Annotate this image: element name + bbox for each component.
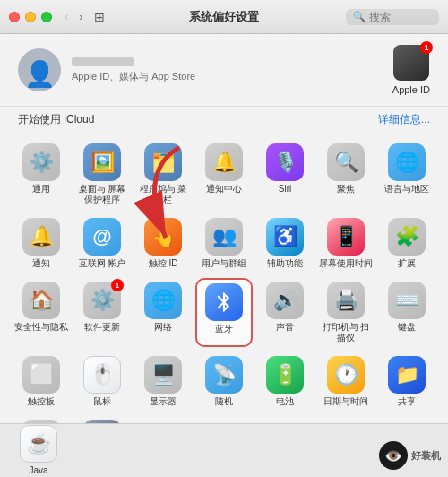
icon-item-dayinji[interactable]: 🖨️打印机与 扫描仪 <box>317 278 375 347</box>
minimize-button[interactable] <box>25 12 36 22</box>
main-content: 👤 Apple ID、媒体与 App Store 1 Apple ID 开始使用… <box>0 34 448 477</box>
icon-img-wangluo: 🌐 <box>144 282 182 319</box>
icon-label-siri: Siri <box>279 184 291 195</box>
icon-img-yonghu: 👥 <box>205 218 243 256</box>
icon-img-diandian: 🔋 <box>266 356 304 394</box>
icon-label-shubiao: 鼠标 <box>93 396 111 407</box>
icon-label-tongzhi: 通知 <box>32 258 50 269</box>
icon-img-kuozhan: 🧩 <box>388 218 426 256</box>
icon-item-chukong[interactable]: ⬜触控板 <box>13 352 70 411</box>
icon-item-tongyong[interactable]: ⚙️通用 <box>13 140 70 209</box>
icloud-label: 开始使用 iCloud <box>18 112 94 127</box>
icon-label-jianpan: 键盘 <box>398 322 416 333</box>
icon-img-anquan: 🏠 <box>22 282 60 319</box>
icon-img-zhuomian: 🖼️ <box>83 143 121 181</box>
icon-item-anquan[interactable]: 🏠安全性与隐私 <box>13 278 70 347</box>
icon-label-gongxiang: 共享 <box>398 396 416 407</box>
icon-item-gongxiang[interactable]: 📁共享 <box>378 352 435 411</box>
icon-img-chukong: ⬜ <box>22 356 60 394</box>
icon-item-riqi[interactable]: 🕐日期与时间 <box>317 352 375 411</box>
watermark-text: 好装机 <box>411 449 441 463</box>
icon-img-chumo: 👆 <box>144 218 182 256</box>
icon-img-siri: 🎙️ <box>266 143 304 181</box>
title-bar: ‹ › ⊞ 系统偏好设置 🔍 <box>0 0 448 34</box>
close-button[interactable] <box>9 12 20 22</box>
icon-img-dayinji: 🖨️ <box>327 282 365 319</box>
search-icon: 🔍 <box>353 11 366 22</box>
icon-item-yonghu[interactable]: 👥用户与群组 <box>195 214 253 273</box>
apple-id-section[interactable]: 1 Apple ID <box>392 45 430 95</box>
forward-button[interactable]: › <box>75 8 86 25</box>
apple-id-icon-wrap[interactable]: 1 <box>393 45 429 81</box>
search-box[interactable]: 🔍 <box>346 9 439 25</box>
icon-label-pingmu: 屏幕使用时间 <box>319 258 373 269</box>
icon-label-suiji: 随机 <box>215 396 233 407</box>
icon-img-tongzhi: 🔔 <box>22 218 60 256</box>
back-button[interactable]: ‹ <box>61 8 72 25</box>
user-sub-label: Apple ID、媒体与 App Store <box>72 70 195 83</box>
search-input[interactable] <box>369 11 432 23</box>
icon-img-ruanjian: ⚙️1 <box>83 282 121 319</box>
icon-item-ruanjian[interactable]: ⚙️1软件更新 <box>73 278 131 347</box>
icon-item-zhuomian[interactable]: 🖼️桌面与 屏幕保护程序 <box>73 140 131 209</box>
icon-label-chukong: 触控板 <box>28 396 55 407</box>
user-name-bar <box>72 57 134 66</box>
icon-img-xianshi: 🖥️ <box>144 356 182 394</box>
icon-label-hulian: 互联网 帐户 <box>79 258 126 269</box>
icon-img-fuzhu: ♿ <box>266 218 304 256</box>
icon-img-jianpan: ⌨️ <box>388 282 426 319</box>
icon-label-zhuomian: 桌面与 屏幕保护程序 <box>75 184 129 205</box>
icon-label-diandian: 电池 <box>276 396 294 407</box>
icon-img-bluetooth <box>205 283 243 321</box>
icloud-detail-link[interactable]: 详细信息... <box>378 112 430 127</box>
icon-item-wangluo[interactable]: 🌐网络 <box>134 278 192 347</box>
icon-img-yuyan: 🌐 <box>388 143 426 181</box>
icon-item-fuzhu[interactable]: ♿辅助功能 <box>256 214 314 273</box>
icloud-bar: 开始使用 iCloud 详细信息... <box>0 107 448 133</box>
icon-label-xianshi: 显示器 <box>150 396 177 407</box>
icon-item-hulian[interactable]: @互联网 帐户 <box>73 214 131 273</box>
avatar[interactable]: 👤 <box>18 48 61 91</box>
icon-item-qidong[interactable]: 💿启动磁盘 <box>73 416 131 423</box>
icon-img-zhongxin: 🔔 <box>205 143 243 181</box>
icon-item-zhongxin[interactable]: 🔔通知中心 <box>195 140 253 209</box>
icon-img-jiaodian: 🔍 <box>327 143 365 181</box>
watermark-eye-icon: 👁️ <box>379 441 408 470</box>
icon-item-kuozhan[interactable]: 🧩扩展 <box>378 214 435 273</box>
icon-item-tongzhi[interactable]: 🔔通知 <box>13 214 70 273</box>
icon-item-diandian[interactable]: 🔋电池 <box>256 352 314 411</box>
icon-img-hulian: @ <box>83 218 121 256</box>
bottom-icon-img-java: ☕ <box>20 425 57 463</box>
bottom-icon-label-java: Java <box>29 465 47 476</box>
icon-item-shubiao[interactable]: 🖱️鼠标 <box>73 352 131 411</box>
icon-label-kuozhan: 扩展 <box>398 258 416 269</box>
icon-label-tongyong: 通用 <box>32 184 50 195</box>
icon-img-riqi: 🕐 <box>327 356 365 394</box>
icon-label-chumo: 触控 ID <box>149 258 178 269</box>
traffic-lights <box>9 12 52 22</box>
grid-icon[interactable]: ⊞ <box>94 10 105 24</box>
icon-item-pingmu[interactable]: 📱屏幕使用时间 <box>317 214 375 273</box>
watermark: 👁️ 好装机 <box>379 441 441 470</box>
icon-item-siri[interactable]: 🎙️Siri <box>256 140 314 209</box>
icon-label-wangluo: 网络 <box>154 322 172 333</box>
icon-item-jiaodian[interactable]: 🔍聚焦 <box>317 140 375 209</box>
icon-item-yuyan[interactable]: 🌐语言与地区 <box>378 140 435 209</box>
icon-item-chengxu[interactable]: 🗂️程序坞与 菜单栏 <box>134 140 192 209</box>
icon-item-chumo[interactable]: 👆触控 ID <box>134 214 192 273</box>
icon-item-shengyin[interactable]: 🔊声音 <box>256 278 314 347</box>
icon-item-jianpan[interactable]: ⌨️键盘 <box>378 278 435 347</box>
icon-label-shengyin: 声音 <box>276 322 294 333</box>
icon-item-suiji[interactable]: 📡随机 <box>195 352 253 411</box>
maximize-button[interactable] <box>41 12 52 22</box>
user-left: 👤 Apple ID、媒体与 App Store <box>18 48 195 91</box>
icon-label-anquan: 安全性与隐私 <box>14 322 68 333</box>
avatar-icon: 👤 <box>24 59 56 89</box>
bottom-icon-java[interactable]: ☕Java <box>18 421 59 477</box>
icon-item-xianshi[interactable]: 🖥️显示器 <box>134 352 192 411</box>
icon-item-bluetooth[interactable]: 蓝牙 <box>195 278 253 347</box>
icon-img-gongxiang: 📁 <box>388 356 426 394</box>
icon-label-yuyan: 语言与地区 <box>384 184 429 195</box>
nav-arrows: ‹ › <box>61 8 87 25</box>
icon-label-fuzhu: 辅助功能 <box>267 258 303 269</box>
